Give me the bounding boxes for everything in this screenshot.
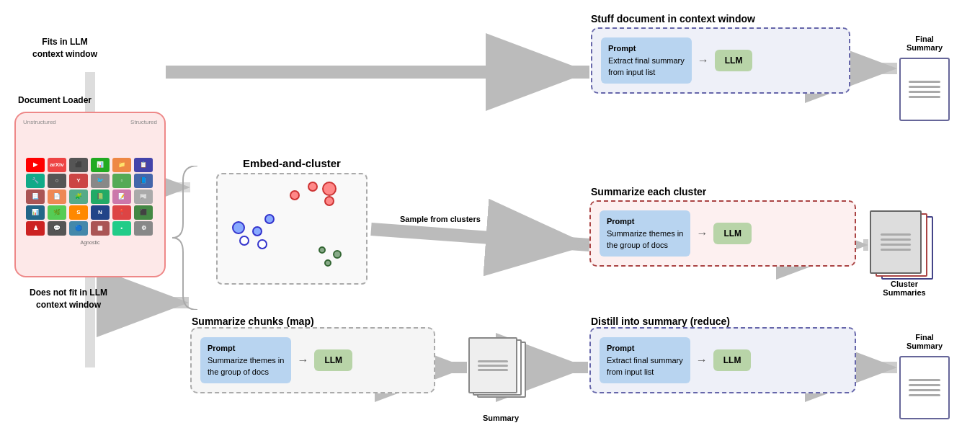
cluster-llm-box: LLM: [713, 223, 752, 244]
icon6: ○: [48, 174, 66, 188]
stuff-llm-box: LLM: [715, 50, 753, 71]
dot-blue-3: [264, 214, 275, 224]
icon9: ▫: [112, 174, 131, 188]
icon28: ⚙: [134, 221, 153, 236]
does-not-fit-label: Does not fit in LLMcontext window: [18, 287, 119, 311]
icon10: 📘: [134, 174, 153, 188]
doc-icons-grid: ▶ arXiv ⬛ 📊 📁 📋 🔧 ○ Y 🐦 ▫ 📘 📃 📄 🧩 📗 📝 📰 …: [23, 155, 157, 238]
icon8: 🐦: [91, 174, 110, 188]
icon1: ⬛: [69, 158, 88, 172]
unstructured-label: Unstructured: [23, 119, 56, 125]
final-doc-line-4: [909, 394, 940, 396]
sum-line-2: [478, 365, 508, 367]
sample-from-clusters-label: Sample from clusters: [400, 215, 481, 223]
dot-red-3: [324, 196, 334, 206]
dot-green-1: [318, 246, 326, 254]
final-summary-bottom-label: FinalSummary: [906, 333, 943, 350]
final-summary-bottom: FinalSummary: [899, 333, 950, 419]
dot-blue-4: [239, 236, 249, 246]
diagram-container: Fits in LLMcontext window Document Loade…: [0, 0, 980, 428]
curly-brace-svg: [169, 166, 205, 310]
map-arrow: →: [297, 354, 308, 367]
doc-line-2: [909, 86, 940, 88]
icon19: S: [69, 205, 88, 220]
icon11: 📃: [26, 190, 45, 204]
doc-loader-sublabel: Agnostic: [76, 238, 104, 246]
youtube-icon: ▶: [26, 158, 45, 172]
reduce-arrow: →: [696, 354, 708, 367]
icon15: 📝: [112, 190, 131, 204]
stuff-section: Prompt Extract final summaryfrom input l…: [591, 27, 850, 94]
fits-llm-label: Fits in LLMcontext window: [18, 36, 112, 61]
icon2: 📊: [91, 158, 110, 172]
summary-label: Summary: [468, 414, 533, 422]
dot-blue-5: [257, 239, 267, 249]
final-doc-bottom: [899, 356, 950, 419]
stuff-prompt-box: Prompt Extract final summaryfrom input l…: [601, 37, 692, 84]
structured-label: Structured: [130, 119, 157, 125]
icon22: ⬛: [134, 205, 153, 220]
icon18: 🌿: [48, 205, 66, 220]
cluster-summaries-label: ClusterSummaries: [868, 280, 940, 297]
icon14: 📗: [91, 190, 110, 204]
cluster-section-title: Summarize each cluster: [591, 186, 706, 197]
cluster-arrow: →: [696, 227, 708, 240]
summary-page-1: [468, 337, 517, 393]
doc-line-4: [909, 96, 940, 98]
final-summary-top-label: FinalSummary: [906, 35, 943, 52]
icon26: ▦: [91, 221, 110, 236]
dot-red-4: [322, 182, 337, 196]
embed-cluster-box: [216, 173, 368, 285]
document-loader-label: Document Loader: [18, 95, 92, 105]
dot-red-1: [290, 190, 300, 200]
icon4: 📋: [134, 158, 153, 172]
map-section-title: Summarize chunks (map): [192, 316, 314, 327]
svg-line-4: [371, 229, 589, 245]
reduce-section: Prompt Extract final summaryfrom input l…: [589, 327, 856, 393]
cluster-doc-line-4: [881, 249, 911, 251]
icon16: 📰: [134, 190, 153, 204]
final-doc-line-3: [909, 389, 940, 391]
reduce-llm-box: LLM: [713, 349, 752, 371]
map-prompt-box: Prompt Summarize themes inthe group of d…: [200, 337, 291, 383]
sum-line-3: [478, 369, 508, 371]
icon21: 📍: [112, 205, 131, 220]
doc-line-1: [909, 81, 940, 83]
icon20: N: [91, 205, 110, 220]
dot-blue-1: [232, 221, 245, 234]
final-doc-top: [899, 58, 950, 121]
reduce-prompt-box: Prompt Extract final summaryfrom input l…: [600, 337, 690, 383]
stuff-arrow: →: [698, 54, 709, 67]
stuff-section-title: Stuff document in context window: [591, 13, 755, 24]
embed-cluster-title: Embed-and-cluster: [213, 157, 371, 169]
icon7: Y: [69, 174, 88, 188]
icon13: 🧩: [69, 190, 88, 204]
dot-green-2: [333, 250, 342, 259]
cluster-page-1: [870, 210, 922, 274]
cluster-summaries-container: ClusterSummaries: [868, 210, 940, 297]
map-section: Prompt Summarize themes inthe group of d…: [190, 327, 435, 393]
sum-line-1: [478, 360, 508, 362]
summary-pages-container: Summary: [468, 337, 533, 409]
icon5: 🔧: [26, 174, 45, 188]
document-loader-box: Unstructured Structured ▶ arXiv ⬛ 📊 📁 📋 …: [14, 112, 166, 277]
cluster-doc-line-1: [881, 233, 911, 236]
cluster-doc-line-3: [881, 244, 911, 246]
arxiv-icon: arXiv: [48, 158, 66, 172]
final-doc-line-2: [909, 384, 940, 386]
icon17: 📊: [26, 205, 45, 220]
icon24: 💬: [48, 221, 66, 236]
final-doc-line-1: [909, 379, 940, 381]
doc-line-3: [909, 91, 940, 93]
map-llm-box: LLM: [314, 349, 352, 371]
cluster-doc-line-2: [881, 238, 911, 241]
dot-red-2: [308, 182, 318, 192]
icon25: 🔵: [69, 221, 88, 236]
icon23: ♟: [26, 221, 45, 236]
dot-blue-2: [252, 226, 262, 236]
final-summary-top: FinalSummary: [899, 35, 950, 121]
dot-green-3: [324, 259, 331, 267]
reduce-section-title: Distill into summary (reduce): [591, 316, 730, 327]
cluster-prompt-box: Prompt Summarize themes inthe group of d…: [600, 210, 690, 257]
icon12: 📄: [48, 190, 66, 204]
